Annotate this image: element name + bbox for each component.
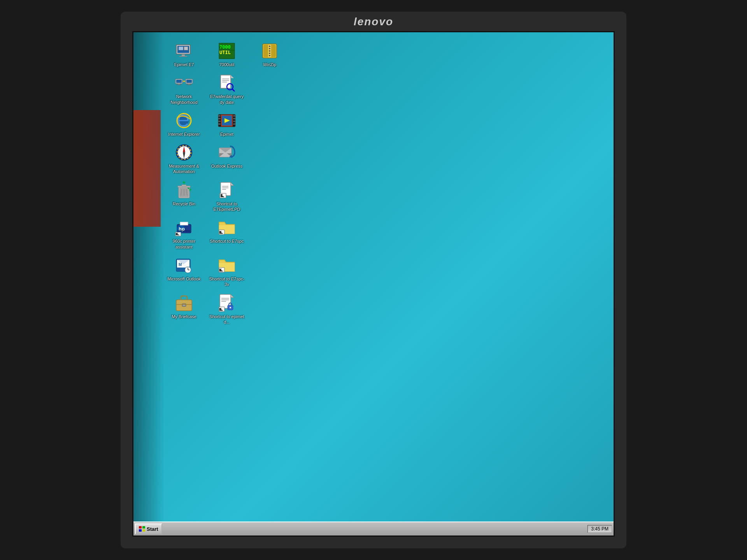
internet-explorer-label: Internet Explorer — [168, 131, 200, 137]
start-label: Start — [147, 526, 158, 532]
internet-explorer-icon — [175, 111, 193, 130]
svg-rect-82 — [178, 231, 190, 231]
my-briefcase-icon — [175, 294, 193, 312]
icon-outlook-express[interactable]: Outlook Express — [207, 142, 246, 176]
epimet-icon — [217, 111, 236, 130]
svg-marker-71 — [231, 182, 234, 186]
epimet-e7-label: Epimet E7 — [174, 62, 194, 67]
icon-row-4: Recycle Bin — [165, 179, 289, 214]
start-button[interactable]: Start — [135, 523, 162, 534]
svg-rect-25 — [188, 84, 190, 84]
svg-rect-116 — [142, 529, 145, 532]
svg-rect-113 — [139, 526, 142, 528]
svg-rect-21 — [178, 84, 180, 84]
shortcut-e7spc-label: Shortcut to E7spc — [210, 238, 244, 244]
svg-rect-46 — [233, 118, 235, 119]
icon-epimet[interactable]: Epimet — [207, 110, 246, 138]
icon-row-6: M Microsoft Outlook — [165, 254, 289, 289]
network-neighborhood-label: Network Neighborhood — [166, 94, 202, 105]
icon-recycle-bin[interactable]: Recycle Bin — [165, 179, 203, 214]
svg-rect-22 — [177, 84, 181, 85]
svg-rect-42 — [218, 118, 221, 119]
e7waferdat-label: E7waferdat query dy date — [209, 94, 245, 105]
svg-marker-30 — [231, 75, 234, 78]
monitor-frame: lenovo — [121, 12, 626, 548]
outlook-express-label: Outlook Express — [211, 163, 243, 169]
hardware-artifact — [133, 110, 161, 227]
svg-rect-29 — [221, 75, 231, 88]
measurement-automation-label: Measurement & Automation — [166, 163, 202, 175]
icon-row-3: Measurement & Automation — [165, 142, 289, 176]
icon-network-neighborhood[interactable]: Network Neighborhood — [165, 72, 203, 107]
shortcut-e7spc-3v-icon — [217, 256, 236, 275]
icon-internet-explorer[interactable]: Internet Explorer — [165, 110, 203, 138]
hp-printer-icon: hp — [175, 218, 193, 237]
svg-rect-2 — [179, 47, 183, 50]
icon-measurement-automation[interactable]: Measurement & Automation — [165, 142, 203, 176]
svg-point-17 — [269, 52, 270, 54]
taskbar-clock: 3:45 PM — [587, 525, 612, 533]
icon-row-1: Network Neighborhood — [165, 72, 289, 107]
icon-hp-printer[interactable]: hp 960c printer assistant — [165, 217, 203, 251]
icon-winzip[interactable]: WinZip — [250, 40, 289, 69]
svg-point-16 — [269, 50, 270, 52]
svg-rect-45 — [233, 115, 235, 117]
svg-rect-47 — [233, 121, 235, 122]
svg-point-109 — [230, 307, 231, 308]
outlook-express-icon — [217, 143, 236, 162]
svg-point-15 — [269, 48, 270, 49]
7000util-label: 7000util — [219, 62, 235, 67]
icon-e7waferdat[interactable]: E7waferdat query dy date — [207, 72, 246, 107]
svg-rect-44 — [218, 123, 221, 125]
svg-text:7000: 7000 — [219, 44, 231, 50]
svg-text:M: M — [179, 262, 182, 267]
svg-rect-43 — [218, 121, 221, 122]
svg-point-28 — [183, 80, 185, 82]
icon-my-briefcase[interactable]: My Briefcase — [165, 292, 203, 327]
svg-rect-20 — [176, 80, 182, 83]
icon-shortcut-e7spc[interactable]: Shortcut to E7spc — [207, 217, 246, 251]
svg-point-56 — [183, 152, 185, 153]
icon-7000util[interactable]: 7000 UTIL 7000util — [207, 40, 246, 69]
svg-rect-115 — [139, 529, 142, 532]
epimet-e7-icon — [175, 42, 193, 60]
svg-marker-104 — [231, 294, 234, 298]
winzip-icon — [260, 42, 279, 60]
shortcut-epimet-d-label: Shortcut to epimet d... — [209, 314, 245, 325]
desktop-screen: Epimet E7 7000 UTIL 7000util — [132, 31, 615, 537]
svg-rect-24 — [186, 80, 192, 83]
measurement-automation-icon — [175, 143, 193, 162]
icon-row-7: My Briefcase — [165, 292, 289, 327]
recycle-bin-icon — [175, 181, 193, 200]
desktop-icons-container: Epimet E7 7000 UTIL 7000util — [165, 40, 289, 329]
windows-logo-icon — [139, 526, 145, 532]
svg-line-36 — [232, 89, 235, 91]
shortcut-e7epimetlpd-label: Shortcut to E7EpimetLPD — [209, 201, 245, 212]
shortcut-e7epimetlpd-icon — [217, 181, 236, 200]
svg-text:UTIL: UTIL — [219, 50, 231, 55]
my-briefcase-label: My Briefcase — [172, 314, 196, 319]
icon-epimet-e7[interactable]: Epimet E7 — [165, 40, 203, 69]
7000util-icon: 7000 UTIL — [217, 42, 236, 60]
microsoft-outlook-icon: M — [175, 256, 193, 275]
shortcut-epimet-d-icon — [217, 294, 236, 312]
icon-shortcut-e7epimetlpd[interactable]: Shortcut to E7EpimetLPD — [207, 179, 246, 214]
taskbar: Start 3:45 PM — [133, 522, 614, 536]
microsoft-outlook-label: Microsoft Outlook — [167, 276, 201, 282]
network-neighborhood-icon — [175, 74, 193, 92]
icon-row-0: Epimet E7 7000 UTIL 7000util — [165, 40, 289, 69]
icon-shortcut-e7spc-3v[interactable]: Shortcut to E7spc-3v — [207, 254, 246, 289]
svg-rect-114 — [142, 526, 145, 528]
svg-rect-41 — [218, 115, 221, 117]
svg-rect-4 — [182, 54, 185, 56]
icon-microsoft-outlook[interactable]: M Microsoft Outlook — [165, 254, 203, 289]
svg-rect-81 — [180, 222, 188, 225]
shortcut-e7spc-3v-label: Shortcut to E7spc-3v — [209, 276, 245, 287]
icon-shortcut-epimet-d[interactable]: Shortcut to epimet d... — [207, 292, 246, 327]
e7waferdat-icon — [217, 74, 236, 92]
winzip-label: WinZip — [263, 62, 276, 67]
svg-point-14 — [269, 46, 270, 47]
svg-rect-3 — [184, 47, 188, 50]
svg-rect-48 — [233, 123, 235, 125]
hp-printer-label: 960c printer assistant — [166, 238, 202, 250]
